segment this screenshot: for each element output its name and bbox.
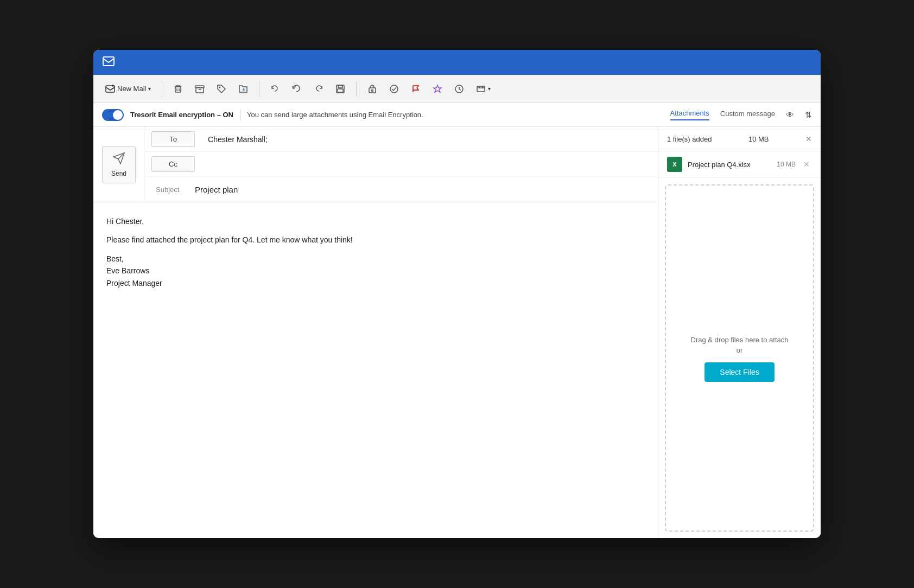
tab-custom-message[interactable]: Custom message <box>720 110 775 120</box>
body-line2: Please find attached the project plan fo… <box>106 234 645 246</box>
files-count: 1 file(s) added <box>667 135 712 143</box>
flag-button[interactable] <box>405 81 426 97</box>
to-button[interactable]: To <box>151 131 195 147</box>
clock-button[interactable] <box>449 81 469 97</box>
app-icon <box>102 55 115 71</box>
settings-icon[interactable]: ⇅ <box>805 110 812 120</box>
sidebar-header: 1 file(s) added 10 MB ✕ <box>658 127 821 151</box>
svg-point-14 <box>390 85 398 93</box>
body-line5: Project Manager <box>106 279 162 287</box>
redo-button[interactable] <box>308 81 329 97</box>
cc-button[interactable]: Cc <box>151 156 195 172</box>
file-item: X Project plan Q4.xlsx 10 MB ✕ <box>658 151 821 178</box>
save-draft-button[interactable] <box>330 81 351 97</box>
select-files-button[interactable]: Select Files <box>704 362 774 382</box>
delete-button[interactable] <box>168 81 188 97</box>
separator-1 <box>162 81 162 97</box>
separator-2 <box>259 81 259 97</box>
file-name: Project plan Q4.xlsx <box>688 161 771 169</box>
close-all-icon[interactable]: ✕ <box>805 135 812 143</box>
undo-all-button[interactable] <box>287 81 307 97</box>
svg-rect-2 <box>175 87 181 92</box>
separator-3 <box>356 81 357 97</box>
fields-section: To Chester Marshall; Cc Subject Project … <box>145 127 658 202</box>
encrypt-button[interactable] <box>362 81 383 97</box>
toggle-thumb <box>113 110 123 120</box>
to-value[interactable]: Chester Marshall; <box>201 135 658 144</box>
encryption-info: You can send large attachments using Ema… <box>247 111 664 119</box>
sidebar-title-row: 1 file(s) added 10 MB ✕ <box>667 135 812 151</box>
svg-rect-6 <box>195 86 204 88</box>
main-content: Send To Chester Marshall; Cc Subject <box>93 127 821 538</box>
svg-rect-10 <box>338 85 342 88</box>
toggle-switch[interactable] <box>102 109 124 121</box>
archive-button[interactable] <box>189 81 210 97</box>
svg-rect-12 <box>369 88 376 93</box>
drop-zone-text: Drag & drop files here to attach or <box>691 335 789 356</box>
email-body[interactable]: Hi Chester, Please find attached the pro… <box>93 202 658 538</box>
toggle-track[interactable] <box>102 109 124 121</box>
svg-point-8 <box>219 86 221 88</box>
send-area: Send <box>93 127 145 202</box>
eye-icon[interactable]: 👁 <box>786 110 794 119</box>
attachment-sidebar: 1 file(s) added 10 MB ✕ X Project plan Q… <box>658 127 821 538</box>
tag-button[interactable] <box>211 81 232 97</box>
encryption-tabs: Attachments Custom message 👁 ⇅ <box>670 109 812 120</box>
files-size: 10 MB <box>748 135 769 143</box>
body-line1: Hi Chester, <box>106 215 645 227</box>
encryption-divider <box>240 110 240 120</box>
more-button[interactable]: ▾ <box>471 81 496 97</box>
file-type-icon: X <box>667 157 682 172</box>
email-header-wrapper: Send To Chester Marshall; Cc Subject <box>93 127 658 202</box>
body-signature: Best, Eve Barrows Project Manager <box>106 253 645 289</box>
body-line3: Best, <box>106 254 124 263</box>
body-line4: Eve Barrows <box>106 266 149 275</box>
dropdown-icon: ▾ <box>148 86 151 92</box>
new-mail-label: New Mail <box>117 85 146 93</box>
to-field-row: To Chester Marshall; <box>145 127 658 152</box>
drop-zone[interactable]: Drag & drop files here to attach or Sele… <box>665 184 814 532</box>
new-mail-button[interactable]: New Mail ▾ <box>100 81 156 97</box>
file-size: 10 MB <box>777 161 796 168</box>
send-label: Send <box>111 170 126 177</box>
email-compose-window: New Mail ▾ <box>93 50 821 538</box>
pin-button[interactable] <box>427 81 448 97</box>
action-group-1 <box>168 81 253 97</box>
title-bar <box>93 50 821 75</box>
check-button[interactable] <box>384 81 404 97</box>
action-group-3: ▾ <box>362 81 496 97</box>
svg-rect-0 <box>103 57 114 66</box>
toolbar: New Mail ▾ <box>93 75 821 103</box>
undo-button[interactable] <box>265 81 285 97</box>
compose-area: Send To Chester Marshall; Cc Subject <box>93 127 658 538</box>
move-button[interactable] <box>233 81 253 97</box>
svg-point-13 <box>372 90 373 91</box>
send-icon <box>112 152 125 168</box>
svg-rect-16 <box>477 86 485 92</box>
file-remove-icon[interactable]: ✕ <box>801 159 812 170</box>
encryption-bar: Tresorit Email encryption – ON You can s… <box>93 103 821 127</box>
subject-value[interactable]: Project plan <box>188 185 658 194</box>
subject-label: Subject <box>145 186 188 194</box>
tab-attachments[interactable]: Attachments <box>670 109 709 120</box>
cc-field-row: Cc <box>145 152 658 177</box>
send-button[interactable]: Send <box>102 146 136 183</box>
subject-field-row: Subject Project plan <box>145 177 658 202</box>
svg-rect-11 <box>338 89 343 92</box>
encryption-label: Tresorit Email encryption – ON <box>130 111 233 119</box>
action-group-2 <box>265 81 351 97</box>
